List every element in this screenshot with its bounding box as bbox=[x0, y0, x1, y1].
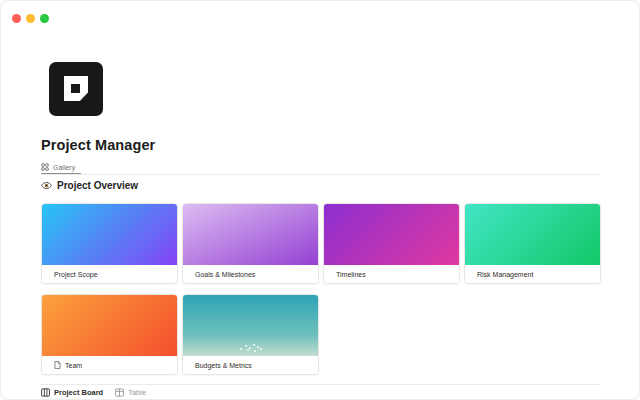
gallery-card-timelines[interactable]: Timelines bbox=[323, 203, 460, 284]
gallery-card-goals-milestones[interactable]: Goals & Milestones bbox=[182, 203, 319, 284]
card-title: Timelines bbox=[324, 265, 459, 283]
board-columns-icon bbox=[41, 388, 50, 397]
table-icon bbox=[115, 388, 124, 397]
card-cover bbox=[42, 204, 177, 266]
tab-table[interactable]: Table bbox=[115, 388, 146, 397]
view-tab-label: Gallery bbox=[53, 164, 75, 171]
zoom-window-button[interactable] bbox=[40, 14, 49, 23]
card-cover bbox=[42, 295, 177, 357]
app-window: Project Manager Gallery Project Overview… bbox=[0, 0, 640, 400]
close-window-button[interactable] bbox=[12, 14, 21, 23]
page-icon bbox=[54, 361, 61, 369]
board-section-divider bbox=[41, 384, 601, 385]
table-tab-label: Table bbox=[128, 388, 146, 397]
card-cover bbox=[465, 204, 600, 266]
gallery-card-budgets-metrics[interactable]: Budgets & Metrics bbox=[182, 294, 319, 375]
cover-speckles bbox=[245, 345, 247, 347]
board-section-title: Project Board bbox=[54, 388, 103, 397]
tab-project-board[interactable]: Project Board bbox=[41, 388, 103, 397]
gallery-card-risk-management[interactable]: Risk Management bbox=[464, 203, 601, 284]
board-section-header: Project Board Table bbox=[41, 388, 146, 397]
eye-icon bbox=[41, 180, 52, 191]
gallery-card-project-scope[interactable]: Project Scope bbox=[41, 203, 178, 284]
gallery-grid-icon bbox=[41, 163, 49, 171]
logo-dot-shape bbox=[71, 84, 80, 93]
card-title: Risk Management bbox=[465, 265, 600, 283]
minimize-window-button[interactable] bbox=[26, 14, 35, 23]
page-title: Project Manager bbox=[41, 137, 155, 153]
card-cover bbox=[183, 204, 318, 266]
overview-section-header[interactable]: Project Overview bbox=[41, 180, 138, 191]
card-title: Goals & Milestones bbox=[183, 265, 318, 283]
card-title: Project Scope bbox=[42, 265, 177, 283]
card-cover bbox=[324, 204, 459, 266]
view-tab-gallery[interactable]: Gallery bbox=[41, 161, 75, 173]
overview-section-title: Project Overview bbox=[57, 180, 138, 191]
card-cover bbox=[183, 295, 318, 357]
tabbar-divider bbox=[41, 174, 601, 175]
card-title: Budgets & Metrics bbox=[183, 356, 318, 374]
page-logo-icon[interactable] bbox=[49, 62, 103, 116]
card-title: Team bbox=[42, 356, 177, 374]
gallery-card-team[interactable]: Team bbox=[41, 294, 178, 375]
